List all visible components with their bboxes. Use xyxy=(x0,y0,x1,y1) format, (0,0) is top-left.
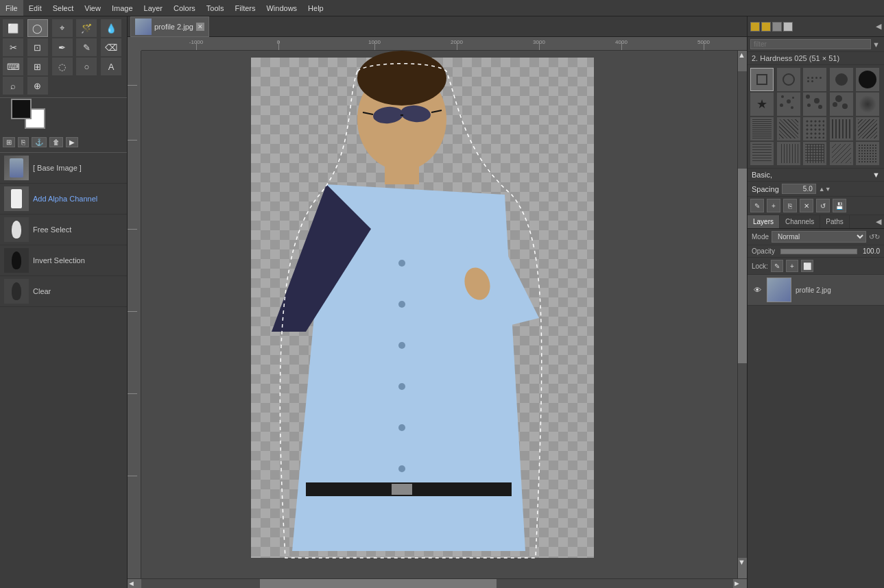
text-tool[interactable]: A xyxy=(101,58,121,75)
brush-crosshatch[interactable] xyxy=(803,142,826,165)
tab-channels[interactable]: Channels xyxy=(780,215,820,228)
clone-tool[interactable]: ⊞ xyxy=(27,58,48,75)
brush-texture-5[interactable] xyxy=(856,117,879,140)
brush-dense-dots[interactable] xyxy=(856,142,879,165)
menu-layer[interactable]: Layer xyxy=(139,0,169,16)
brush-refresh-btn[interactable]: ↺ xyxy=(816,199,830,212)
main-canvas[interactable] xyxy=(141,51,737,578)
color-dot-4[interactable] xyxy=(783,22,793,32)
spacing-input[interactable] xyxy=(782,184,816,194)
paint-tool[interactable]: ✎ xyxy=(76,38,97,56)
blur-tool[interactable]: ◌ xyxy=(52,58,73,75)
foreground-select-tool[interactable]: ⊡ xyxy=(27,38,48,56)
brush-save-btn[interactable]: 💾 xyxy=(833,199,846,212)
eraser-tool[interactable]: ⌫ xyxy=(101,38,121,56)
delete-layer-btn[interactable]: 🗑 xyxy=(49,137,63,147)
collapse-btn[interactable]: ▶ xyxy=(66,137,78,147)
menu-windows[interactable]: Windows xyxy=(261,0,302,16)
brush-duplicate-btn[interactable]: ⎘ xyxy=(783,199,797,212)
menu-edit[interactable]: Edit xyxy=(23,0,47,16)
right-layer-item-profile2[interactable]: 👁 profile 2.jpg xyxy=(748,275,884,306)
lock-alpha-btn[interactable]: ⬜ xyxy=(801,260,813,272)
free-select-tool[interactable]: ⌖ xyxy=(52,19,73,37)
brush-square-outline[interactable] xyxy=(750,68,774,91)
layers-panel-collapse[interactable]: ◀ xyxy=(873,216,884,228)
tab-close-btn[interactable]: ✕ xyxy=(196,23,204,31)
menu-colors[interactable]: Colors xyxy=(168,0,201,16)
scroll-down-btn[interactable]: ▼ xyxy=(738,558,747,578)
brush-star[interactable]: ★ xyxy=(750,93,774,116)
heal-tool[interactable]: ⌨ xyxy=(3,58,23,75)
brush-texture-4[interactable] xyxy=(830,117,853,140)
scroll-thumb-h[interactable] xyxy=(260,579,497,588)
opacity-slider[interactable] xyxy=(780,249,857,254)
menu-image[interactable]: Image xyxy=(106,0,139,16)
brush-delete-btn[interactable]: ✕ xyxy=(800,199,813,212)
vertical-scrollbar[interactable]: ▲ ▼ xyxy=(737,51,747,578)
image-tab-profile2[interactable]: profile 2.jpg ✕ xyxy=(130,16,209,37)
menu-select[interactable]: Select xyxy=(47,0,80,16)
measure-tool[interactable]: ⌕ xyxy=(3,77,23,95)
filter-input[interactable] xyxy=(750,39,871,49)
brush-scatter-4[interactable] xyxy=(856,93,879,116)
fuzzy-select-tool[interactable]: 🪄 xyxy=(76,19,97,37)
tab-paths[interactable]: Paths xyxy=(820,215,850,228)
scissors-tool[interactable]: ✂ xyxy=(3,38,23,56)
brush-circle-outline[interactable] xyxy=(777,68,800,91)
brush-lines-v[interactable] xyxy=(777,142,800,165)
menu-filters[interactable]: Filters xyxy=(230,0,261,16)
brush-texture-3[interactable] xyxy=(803,117,826,140)
scroll-track-v[interactable] xyxy=(738,71,747,558)
new-layer-btn[interactable]: ⊞ xyxy=(3,137,15,147)
scroll-up-btn[interactable]: ▲ xyxy=(738,51,747,71)
layer-item-invert-selection[interactable]: Invert Selection xyxy=(0,245,127,276)
color-dot-2[interactable] xyxy=(761,22,771,32)
brush-category-arrow[interactable]: ▼ xyxy=(872,171,880,179)
layer-visibility-eye[interactable]: 👁 xyxy=(752,284,763,295)
brush-scatter-2[interactable] xyxy=(803,93,826,116)
zoom-tool[interactable]: ⊕ xyxy=(27,77,48,95)
horizontal-scrollbar[interactable]: ◄ ► xyxy=(128,578,747,588)
rect-select-tool[interactable]: ⬜ xyxy=(3,19,23,37)
menu-file[interactable]: File xyxy=(0,0,23,16)
canvas-content[interactable] xyxy=(141,51,737,578)
layer-item-base-image[interactable]: [ Base Image ] xyxy=(0,153,127,184)
brush-new-btn[interactable]: + xyxy=(767,199,780,212)
ellipse-select-tool[interactable]: ◯ xyxy=(27,19,48,37)
anchor-btn[interactable]: ⚓ xyxy=(32,137,47,147)
scroll-left-btn[interactable]: ◄ xyxy=(128,579,141,589)
brush-dots-sm[interactable] xyxy=(803,68,826,91)
tab-layers[interactable]: Layers xyxy=(748,215,780,228)
menu-view[interactable]: View xyxy=(79,0,106,16)
paths-tool[interactable]: ✒ xyxy=(52,38,73,56)
layer-item-clear[interactable]: Clear xyxy=(0,276,127,307)
color-dot-3[interactable] xyxy=(772,22,782,32)
brush-circle-md[interactable] xyxy=(830,68,853,91)
brush-edit-btn[interactable]: ✎ xyxy=(750,199,764,212)
color-dot-1[interactable] xyxy=(750,22,760,32)
menu-tools[interactable]: Tools xyxy=(201,0,230,16)
layer-item-free-select[interactable]: Free Select xyxy=(0,215,127,245)
brush-lines-h[interactable] xyxy=(750,142,774,165)
scroll-track-h[interactable] xyxy=(141,579,733,588)
filter-dropdown-arrow[interactable]: ▼ xyxy=(871,40,881,49)
duplicate-btn[interactable]: ⎘ xyxy=(18,137,29,147)
spacing-stepper[interactable]: ▲▼ xyxy=(819,186,831,193)
scroll-thumb-v[interactable] xyxy=(738,169,747,363)
layer-item-add-alpha[interactable]: Add Alpha Channel xyxy=(0,184,127,215)
right-panel-collapse[interactable]: ◀ xyxy=(876,22,881,31)
brush-scatter-3[interactable] xyxy=(830,93,853,116)
dodge-tool[interactable]: ○ xyxy=(76,58,97,75)
lock-pixels-btn[interactable]: ✎ xyxy=(771,260,783,272)
brush-scatter-1[interactable] xyxy=(777,93,800,116)
brush-circle-lg[interactable] xyxy=(856,68,879,91)
scroll-right-btn[interactable]: ► xyxy=(733,579,747,589)
brush-slash[interactable] xyxy=(830,142,853,165)
brush-texture-1[interactable] xyxy=(750,117,774,140)
select-by-color-tool[interactable]: 💧 xyxy=(101,19,121,37)
brush-texture-2[interactable] xyxy=(777,117,800,140)
menu-help[interactable]: Help xyxy=(302,0,329,16)
lock-position-btn[interactable]: + xyxy=(786,260,798,272)
mode-select[interactable]: Normal Multiply Screen Overlay xyxy=(772,231,866,243)
foreground-color[interactable] xyxy=(11,99,32,119)
